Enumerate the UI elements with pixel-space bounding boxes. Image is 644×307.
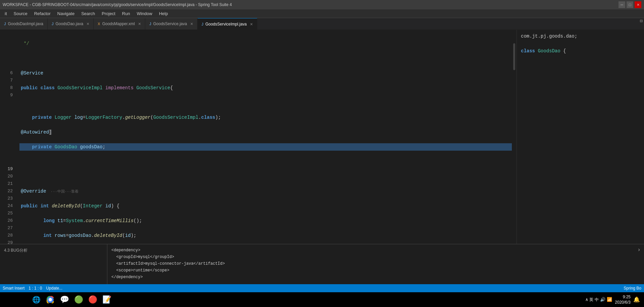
title-text: WORKSPACE - CGB-SPRINGBOOT-04/src/main/j…: [3, 2, 232, 7]
code-line-4: public class GoodsServiceImpl implements…: [19, 84, 512, 92]
vertical-scrollbar[interactable]: [512, 30, 517, 244]
taskbar-icon6[interactable]: 🔴: [86, 293, 99, 306]
tab-close-goodsmapper[interactable]: ×: [138, 21, 141, 27]
tab-close-goodsserviceimpl[interactable]: ×: [250, 21, 253, 27]
line-num-6: 6: [0, 69, 17, 77]
status-update: Update...: [46, 286, 62, 291]
code-line-9: [19, 158, 512, 165]
menu-source[interactable]: Source: [10, 9, 31, 18]
line-num-18: [0, 158, 17, 165]
code-line-13: long t1=System.currentTimeMillis();: [19, 217, 512, 224]
main-area: 6 7 8 9 19 20 21 22 23 24 25: [0, 30, 644, 244]
menu-it[interactable]: it: [1, 9, 10, 18]
line-num-21: 21: [0, 180, 17, 188]
taskbar-wps-icon[interactable]: 📝: [100, 293, 113, 306]
menu-navigate[interactable]: Navigate: [54, 9, 78, 18]
tab-label-goodsdaoimpl: GoodsDaoImpl.java: [8, 21, 43, 26]
taskbar-chrome-icon[interactable]: [44, 293, 57, 306]
close-button[interactable]: ✕: [635, 1, 641, 8]
tab-icon-goodsdao: J: [52, 22, 54, 26]
tab-close-goodsdao[interactable]: ×: [87, 21, 89, 27]
line-num-20: 20: [0, 173, 17, 180]
line-num-25: 25: [0, 210, 17, 217]
status-bar: Smart Insert 1 : 1 : 0 Update... Spring …: [0, 284, 644, 292]
line-num-15: [0, 136, 17, 143]
taskbar: ⊞ 🗂 🌐 💬 🟢 🔴 📝 🅦 ∧ 英 中 🔊 📶 9:25 2020/6/3 …: [0, 292, 644, 307]
sys-vol-icon[interactable]: 🔊: [600, 297, 605, 302]
tab-goodsdaoimpl[interactable]: J GoodsDaoImpl.java: [0, 18, 48, 30]
line-num-19: 19: [0, 165, 17, 173]
line-num-16: [0, 143, 17, 151]
tab-goodsmapper[interactable]: X GoodsMapper.xml ×: [94, 18, 145, 30]
taskbar-time: 9:25: [615, 294, 631, 300]
tab-bar: J GoodsDaoImpl.java J GoodsDao.java × X …: [0, 18, 644, 30]
tab-icon-goodsserviceimpl: J: [202, 22, 204, 26]
right-panel-code: com.jt.pj.goods.dao; class GoodsDao {: [517, 30, 644, 244]
code-line-8: private GoodsDao goodsDao;: [19, 143, 512, 151]
bottom-code: <dependency> <groupId>mysql</groupId> <a…: [111, 247, 630, 280]
code-line-12: public int deleteById(Integer id) {: [19, 202, 512, 210]
line-num-17: [0, 151, 17, 158]
line-num-5: [0, 62, 17, 69]
sys-input-icon[interactable]: 中: [595, 297, 599, 303]
status-position: 1 : 1 : 0: [29, 286, 42, 291]
code-line-14: int rows=goodsDao.deleteById(id);: [19, 232, 512, 239]
line-num-29: 29: [0, 239, 17, 244]
line-num-4: [0, 55, 17, 62]
tab-label-goodsserviceimpl: GoodsServiceImpl.java: [205, 22, 247, 27]
right-panel: com.jt.pj.goods.dao; class GoodsDao {: [517, 30, 644, 244]
line-num-26: 26: [0, 217, 17, 224]
code-line-2: [19, 55, 512, 62]
tab-close-goodsservice[interactable]: ×: [190, 21, 193, 27]
minimize-button[interactable]: ─: [619, 1, 625, 8]
code-line-1: */: [19, 40, 512, 47]
editor-area: 6 7 8 9 19 20 21 22 23 24 25: [0, 30, 517, 244]
line-num-1: [0, 33, 17, 40]
sys-arrow-icon[interactable]: ∧: [585, 297, 588, 302]
code-line-11: @Override ···中国···靠着: [19, 188, 512, 195]
line-num-28: 28: [0, 232, 17, 239]
line-num-2: [0, 40, 17, 47]
line-num-8: 8: [0, 84, 17, 92]
tab-icon-goodsservice: J: [149, 22, 151, 26]
taskbar-wechat-icon[interactable]: 💬: [58, 293, 71, 306]
taskbar-icon5[interactable]: 🟢: [72, 293, 85, 306]
menu-run[interactable]: Run: [119, 9, 133, 18]
menu-refactor[interactable]: Refactor: [31, 9, 54, 18]
taskbar-right: ∧ 英 中 🔊 📶 9:25 2020/6/3 🔔: [585, 294, 643, 305]
bottom-left-label: 4.3 BUG分析: [4, 247, 103, 254]
tab-minimize-button[interactable]: ⊟: [639, 18, 644, 30]
code-line-6: private Logger log=LoggerFactory.getLogg…: [19, 114, 512, 121]
menu-search[interactable]: Search: [78, 9, 98, 18]
tab-goodsservice[interactable]: J GoodsService.java ×: [145, 18, 197, 30]
taskbar-edge-icon[interactable]: 🌐: [30, 293, 43, 306]
menu-project[interactable]: Project: [98, 9, 118, 18]
sys-lang-icon[interactable]: 英: [589, 297, 593, 303]
taskbar-sys-icons: ∧ 英 中 🔊 📶: [585, 297, 612, 303]
taskbar-start-icon[interactable]: ⊞: [1, 293, 15, 306]
code-line-5: [19, 99, 512, 106]
bottom-right-panel: <dependency> <groupId>mysql</groupId> <a…: [107, 244, 634, 284]
taskbar-clock[interactable]: 9:25 2020/6/3: [615, 294, 631, 305]
taskbar-notification-icon[interactable]: 🔔: [633, 296, 640, 303]
tab-label-goodsdao: GoodsDao.java: [55, 21, 83, 26]
code-line-10: [19, 173, 512, 180]
status-left: Smart Insert 1 : 1 : 0 Update...: [3, 286, 62, 291]
tab-goodsdao[interactable]: J GoodsDao.java ×: [48, 18, 94, 30]
sys-network-icon[interactable]: 📶: [607, 297, 612, 302]
maximize-button[interactable]: □: [627, 1, 633, 8]
taskbar-youdao-icon[interactable]: 🅦: [114, 293, 127, 306]
line-num-27: 27: [0, 224, 17, 232]
tab-goodsserviceimpl[interactable]: J GoodsServiceImpl.java ×: [198, 18, 257, 30]
title-bar: WORKSPACE - CGB-SPRINGBOOT-04/src/main/j…: [0, 0, 644, 9]
code-container[interactable]: 6 7 8 9 19 20 21 22 23 24 25: [0, 30, 517, 244]
bottom-expand-button[interactable]: ›: [634, 244, 644, 284]
menu-window[interactable]: Window: [133, 9, 156, 18]
taskbar-explorer-icon[interactable]: 🗂: [15, 293, 29, 306]
line-num-23: 23: [0, 195, 17, 202]
code-editor[interactable]: */ @Service public class GoodsServiceImp…: [17, 30, 512, 244]
line-num-24: 24: [0, 202, 17, 210]
bottom-panel: 4.3 BUG分析 <dependency> <groupId>mysql</g…: [0, 244, 644, 284]
menu-help[interactable]: Help: [156, 9, 171, 18]
taskbar-date: 2020/6/3: [615, 300, 631, 305]
